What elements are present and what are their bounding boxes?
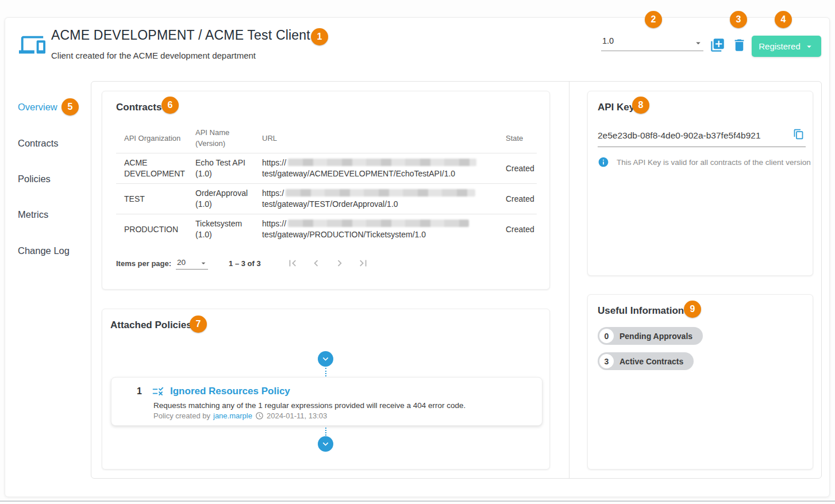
first-page-icon [286,257,299,270]
version-select[interactable]: 1.0 [601,34,703,51]
active-contracts-label: Active Contracts [619,357,683,366]
page-subtitle: Client created for the ACME development … [51,51,256,60]
info-icon [598,156,609,168]
api-key-card: API Key 2e5e23db-08f8-4de0-902a-b37fe5f4… [587,91,813,276]
sidebar-item-policies[interactable]: Policies [18,174,51,184]
policy-index: 1 [137,386,142,397]
pending-approvals-label: Pending Approvals [619,332,692,341]
col-state: State [498,129,537,148]
state-label: Registered [759,41,801,51]
next-page-icon [333,257,346,270]
client-details-page: ACME DEVELOPMENT / ACME Test Client Clie… [0,0,835,504]
cell-name: Echo Test API(1.0) [187,153,254,183]
cell-org: TEST [116,190,187,209]
contracts-table-header: API Organization API Name(Version) URL S… [116,123,537,153]
next-page-button[interactable] [333,257,346,270]
new-version-button[interactable] [710,37,725,53]
chevron-down-icon [199,259,208,268]
table-row: TEST OrderApproval(1.0) https:/test/gate… [116,183,537,214]
state-dropdown-button[interactable]: Registered [752,36,821,57]
cell-url: https:/test/gateway/TEST/OrderApproval/1… [254,184,498,214]
attached-policies-title: Attached Policies [110,320,192,331]
cell-org: PRODUCTION [116,220,187,239]
chevron-down-icon [693,38,703,48]
policy-author-link[interactable]: jane.marple [213,411,252,420]
cell-url: https://test/gateway/ACMEDEVELOPMENT/Ech… [254,153,498,183]
annotation-badge-7: 7 [190,316,207,333]
cell-url: https://test/gateway/PRODUCTION/Ticketsy… [254,214,498,244]
table-row: ACME DEVELOPMENT Echo Test API(1.0) http… [116,153,537,183]
chevron-down-icon [804,41,814,52]
api-key-underline [598,147,806,147]
contracts-title: Contracts [116,102,161,113]
flow-connector [325,428,326,436]
add-policy-bottom-button[interactable] [318,436,333,452]
active-contracts-chip: 3 Active Contracts [598,352,694,370]
pager-controls [286,257,370,270]
redacted-url-segment [288,159,476,166]
copy-icon [792,128,805,140]
contracts-table: API Organization API Name(Version) URL S… [116,123,537,244]
trash-icon [732,37,747,53]
last-page-icon [357,257,370,270]
devices-icon [19,32,45,58]
main-panel: ACME DEVELOPMENT / ACME Test Client Clie… [5,17,830,497]
sidebar-item-overview[interactable]: Overview [18,102,57,113]
col-api-name-version: API Name(Version) [187,123,254,153]
annotation-badge-2: 2 [645,11,662,28]
cell-state: Created [498,159,537,178]
sidebar-item-change-log[interactable]: Change Log [18,245,70,256]
pagination-range: 1 – 3 of 3 [229,259,261,268]
items-per-page-value: 20 [177,258,186,267]
redacted-url-segment [286,189,475,197]
page-title: ACME DEVELOPMENT / ACME Test Client [51,28,310,43]
col-api-organization: API Organization [116,129,187,148]
copy-api-key-button[interactable] [792,128,805,140]
column-divider [569,82,570,478]
last-page-button[interactable] [357,257,370,270]
policy-meta: Policy created by jane.marple 2024-01-11… [153,411,327,420]
policy-name-link[interactable]: Ignored Resources Policy [170,386,290,397]
annotation-badge-9: 9 [684,301,701,318]
table-row: PRODUCTION Ticketsystem(1.0) https://tes… [116,214,537,244]
items-per-page-select[interactable]: 20 [176,257,208,270]
table-pagination: Items per page: 20 1 – 3 of 3 [116,257,370,270]
add-policy-top-button[interactable] [318,351,333,367]
prev-page-icon [310,257,322,270]
prev-page-button[interactable] [310,257,322,270]
policy-list-item: 1 Ignored Resources Policy Requests matc… [111,377,542,426]
api-key-value: 2e5e23db-08f8-4de0-902a-b37fe5f4b921 [598,130,761,141]
copy-plus-icon [710,37,725,53]
pending-approvals-count: 0 [599,329,614,343]
flow-connector [325,368,326,376]
cell-name: OrderApproval(1.0) [187,184,254,214]
cell-name: Ticketsystem(1.0) [187,214,254,244]
pending-approvals-chip: 0 Pending Approvals [598,327,703,345]
attached-policies-card: Attached Policies 1 Ignored Resources Po… [102,309,550,470]
policy-created-at: 2024-01-11, 13:03 [267,411,327,420]
policy-description: Requests matching any of the 1 regular e… [153,401,465,410]
delete-client-button[interactable] [732,37,747,53]
api-key-title: API Key [598,102,634,113]
api-key-note-row: This API Key is valid for all contracts … [598,156,811,168]
annotation-badge-1: 1 [311,28,328,45]
active-contracts-count: 3 [599,354,614,368]
redacted-url-segment [288,220,469,227]
annotation-badge-3: 3 [730,11,747,28]
annotation-badge-8: 8 [632,97,649,114]
cell-org: ACME DEVELOPMENT [116,153,187,183]
annotation-badge-4: 4 [775,11,792,28]
items-per-page-label: Items per page: [116,259,171,268]
sidebar-item-metrics[interactable]: Metrics [18,209,48,220]
sidebar-item-contracts[interactable]: Contracts [18,138,59,149]
policy-created-by-label: Policy created by [153,411,210,420]
col-url: URL [254,129,498,148]
first-page-button[interactable] [286,257,299,270]
api-key-note: This API Key is valid for all contracts … [617,158,811,167]
chevron-down-circle-icon [320,438,331,449]
rule-icon [152,385,164,398]
version-select-value: 1.0 [602,36,614,45]
annotation-badge-6: 6 [161,97,179,114]
useful-information-title: Useful Information [598,305,684,317]
cell-state: Created [498,190,537,209]
